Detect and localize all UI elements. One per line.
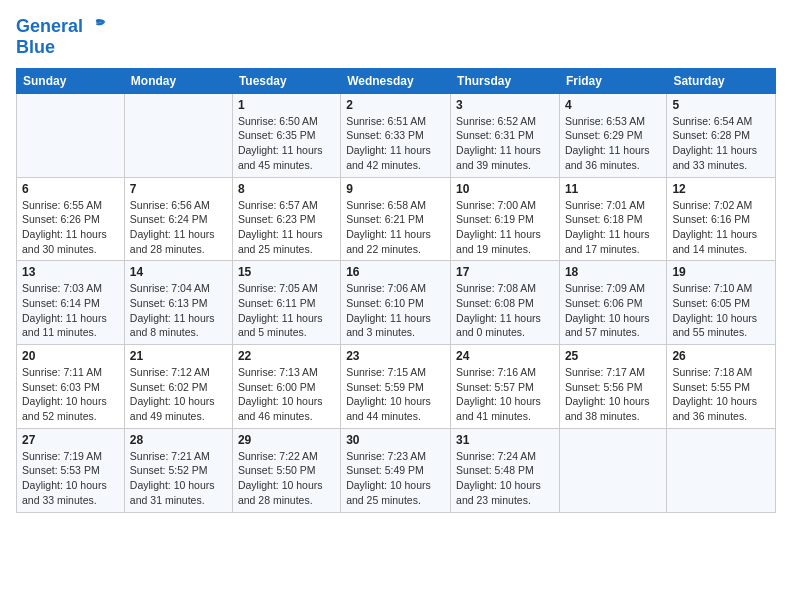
day-detail: Sunrise: 7:15 AMSunset: 5:59 PMDaylight:… xyxy=(346,366,431,422)
day-number: 6 xyxy=(22,182,119,196)
calendar-day-cell: 3Sunrise: 6:52 AMSunset: 6:31 PMDaylight… xyxy=(451,93,560,177)
day-detail: Sunrise: 7:02 AMSunset: 6:16 PMDaylight:… xyxy=(672,199,757,255)
calendar-day-cell: 21Sunrise: 7:12 AMSunset: 6:02 PMDayligh… xyxy=(124,345,232,429)
calendar-day-cell: 20Sunrise: 7:11 AMSunset: 6:03 PMDayligh… xyxy=(17,345,125,429)
calendar-day-cell: 11Sunrise: 7:01 AMSunset: 6:18 PMDayligh… xyxy=(559,177,666,261)
day-detail: Sunrise: 7:18 AMSunset: 5:55 PMDaylight:… xyxy=(672,366,757,422)
calendar-day-header: Sunday xyxy=(17,68,125,93)
day-number: 13 xyxy=(22,265,119,279)
day-number: 14 xyxy=(130,265,227,279)
day-number: 4 xyxy=(565,98,661,112)
calendar-day-cell: 25Sunrise: 7:17 AMSunset: 5:56 PMDayligh… xyxy=(559,345,666,429)
logo-text: General xyxy=(16,17,83,37)
calendar-day-cell: 10Sunrise: 7:00 AMSunset: 6:19 PMDayligh… xyxy=(451,177,560,261)
day-detail: Sunrise: 7:05 AMSunset: 6:11 PMDaylight:… xyxy=(238,282,323,338)
day-detail: Sunrise: 7:13 AMSunset: 6:00 PMDaylight:… xyxy=(238,366,323,422)
day-number: 2 xyxy=(346,98,445,112)
day-detail: Sunrise: 6:53 AMSunset: 6:29 PMDaylight:… xyxy=(565,115,650,171)
day-number: 24 xyxy=(456,349,554,363)
day-number: 23 xyxy=(346,349,445,363)
calendar-day-cell: 14Sunrise: 7:04 AMSunset: 6:13 PMDayligh… xyxy=(124,261,232,345)
day-number: 29 xyxy=(238,433,335,447)
day-number: 30 xyxy=(346,433,445,447)
calendar: SundayMondayTuesdayWednesdayThursdayFrid… xyxy=(16,68,776,513)
calendar-day-cell: 13Sunrise: 7:03 AMSunset: 6:14 PMDayligh… xyxy=(17,261,125,345)
logo-bird-icon xyxy=(85,16,107,38)
day-number: 27 xyxy=(22,433,119,447)
day-detail: Sunrise: 6:56 AMSunset: 6:24 PMDaylight:… xyxy=(130,199,215,255)
day-number: 15 xyxy=(238,265,335,279)
day-detail: Sunrise: 7:03 AMSunset: 6:14 PMDaylight:… xyxy=(22,282,107,338)
day-number: 20 xyxy=(22,349,119,363)
calendar-day-header: Tuesday xyxy=(232,68,340,93)
calendar-day-cell: 31Sunrise: 7:24 AMSunset: 5:48 PMDayligh… xyxy=(451,428,560,512)
day-number: 17 xyxy=(456,265,554,279)
calendar-day-cell: 2Sunrise: 6:51 AMSunset: 6:33 PMDaylight… xyxy=(341,93,451,177)
calendar-day-cell: 17Sunrise: 7:08 AMSunset: 6:08 PMDayligh… xyxy=(451,261,560,345)
calendar-day-cell: 29Sunrise: 7:22 AMSunset: 5:50 PMDayligh… xyxy=(232,428,340,512)
day-detail: Sunrise: 6:57 AMSunset: 6:23 PMDaylight:… xyxy=(238,199,323,255)
logo: General Blue xyxy=(16,16,107,58)
day-detail: Sunrise: 7:22 AMSunset: 5:50 PMDaylight:… xyxy=(238,450,323,506)
calendar-day-cell: 18Sunrise: 7:09 AMSunset: 6:06 PMDayligh… xyxy=(559,261,666,345)
day-number: 26 xyxy=(672,349,770,363)
day-number: 10 xyxy=(456,182,554,196)
calendar-week-row: 6Sunrise: 6:55 AMSunset: 6:26 PMDaylight… xyxy=(17,177,776,261)
calendar-day-cell: 8Sunrise: 6:57 AMSunset: 6:23 PMDaylight… xyxy=(232,177,340,261)
calendar-day-cell: 1Sunrise: 6:50 AMSunset: 6:35 PMDaylight… xyxy=(232,93,340,177)
calendar-day-cell xyxy=(559,428,666,512)
day-detail: Sunrise: 7:12 AMSunset: 6:02 PMDaylight:… xyxy=(130,366,215,422)
day-number: 19 xyxy=(672,265,770,279)
calendar-header-row: SundayMondayTuesdayWednesdayThursdayFrid… xyxy=(17,68,776,93)
calendar-day-header: Monday xyxy=(124,68,232,93)
calendar-day-cell: 6Sunrise: 6:55 AMSunset: 6:26 PMDaylight… xyxy=(17,177,125,261)
day-number: 31 xyxy=(456,433,554,447)
day-number: 18 xyxy=(565,265,661,279)
calendar-day-cell: 22Sunrise: 7:13 AMSunset: 6:00 PMDayligh… xyxy=(232,345,340,429)
day-detail: Sunrise: 7:19 AMSunset: 5:53 PMDaylight:… xyxy=(22,450,107,506)
day-detail: Sunrise: 7:04 AMSunset: 6:13 PMDaylight:… xyxy=(130,282,215,338)
day-number: 5 xyxy=(672,98,770,112)
day-number: 21 xyxy=(130,349,227,363)
day-detail: Sunrise: 7:11 AMSunset: 6:03 PMDaylight:… xyxy=(22,366,107,422)
day-number: 16 xyxy=(346,265,445,279)
calendar-day-cell: 24Sunrise: 7:16 AMSunset: 5:57 PMDayligh… xyxy=(451,345,560,429)
calendar-day-cell: 7Sunrise: 6:56 AMSunset: 6:24 PMDaylight… xyxy=(124,177,232,261)
day-detail: Sunrise: 7:10 AMSunset: 6:05 PMDaylight:… xyxy=(672,282,757,338)
day-detail: Sunrise: 7:24 AMSunset: 5:48 PMDaylight:… xyxy=(456,450,541,506)
calendar-week-row: 13Sunrise: 7:03 AMSunset: 6:14 PMDayligh… xyxy=(17,261,776,345)
day-detail: Sunrise: 7:01 AMSunset: 6:18 PMDaylight:… xyxy=(565,199,650,255)
calendar-day-cell: 19Sunrise: 7:10 AMSunset: 6:05 PMDayligh… xyxy=(667,261,776,345)
calendar-day-cell: 26Sunrise: 7:18 AMSunset: 5:55 PMDayligh… xyxy=(667,345,776,429)
day-number: 8 xyxy=(238,182,335,196)
day-detail: Sunrise: 7:23 AMSunset: 5:49 PMDaylight:… xyxy=(346,450,431,506)
day-detail: Sunrise: 6:58 AMSunset: 6:21 PMDaylight:… xyxy=(346,199,431,255)
calendar-day-header: Friday xyxy=(559,68,666,93)
calendar-day-cell: 15Sunrise: 7:05 AMSunset: 6:11 PMDayligh… xyxy=(232,261,340,345)
day-detail: Sunrise: 6:54 AMSunset: 6:28 PMDaylight:… xyxy=(672,115,757,171)
day-detail: Sunrise: 6:52 AMSunset: 6:31 PMDaylight:… xyxy=(456,115,541,171)
day-detail: Sunrise: 7:08 AMSunset: 6:08 PMDaylight:… xyxy=(456,282,541,338)
calendar-day-cell xyxy=(17,93,125,177)
calendar-day-cell xyxy=(124,93,232,177)
header: General Blue xyxy=(16,16,776,58)
calendar-day-cell: 5Sunrise: 6:54 AMSunset: 6:28 PMDaylight… xyxy=(667,93,776,177)
day-number: 7 xyxy=(130,182,227,196)
calendar-day-header: Saturday xyxy=(667,68,776,93)
day-number: 25 xyxy=(565,349,661,363)
day-detail: Sunrise: 6:50 AMSunset: 6:35 PMDaylight:… xyxy=(238,115,323,171)
calendar-day-cell xyxy=(667,428,776,512)
day-number: 9 xyxy=(346,182,445,196)
calendar-day-header: Thursday xyxy=(451,68,560,93)
day-detail: Sunrise: 7:17 AMSunset: 5:56 PMDaylight:… xyxy=(565,366,650,422)
calendar-day-cell: 4Sunrise: 6:53 AMSunset: 6:29 PMDaylight… xyxy=(559,93,666,177)
day-number: 12 xyxy=(672,182,770,196)
calendar-week-row: 27Sunrise: 7:19 AMSunset: 5:53 PMDayligh… xyxy=(17,428,776,512)
day-detail: Sunrise: 7:06 AMSunset: 6:10 PMDaylight:… xyxy=(346,282,431,338)
calendar-day-cell: 28Sunrise: 7:21 AMSunset: 5:52 PMDayligh… xyxy=(124,428,232,512)
day-number: 1 xyxy=(238,98,335,112)
calendar-day-cell: 12Sunrise: 7:02 AMSunset: 6:16 PMDayligh… xyxy=(667,177,776,261)
day-detail: Sunrise: 6:51 AMSunset: 6:33 PMDaylight:… xyxy=(346,115,431,171)
day-number: 11 xyxy=(565,182,661,196)
calendar-day-cell: 23Sunrise: 7:15 AMSunset: 5:59 PMDayligh… xyxy=(341,345,451,429)
